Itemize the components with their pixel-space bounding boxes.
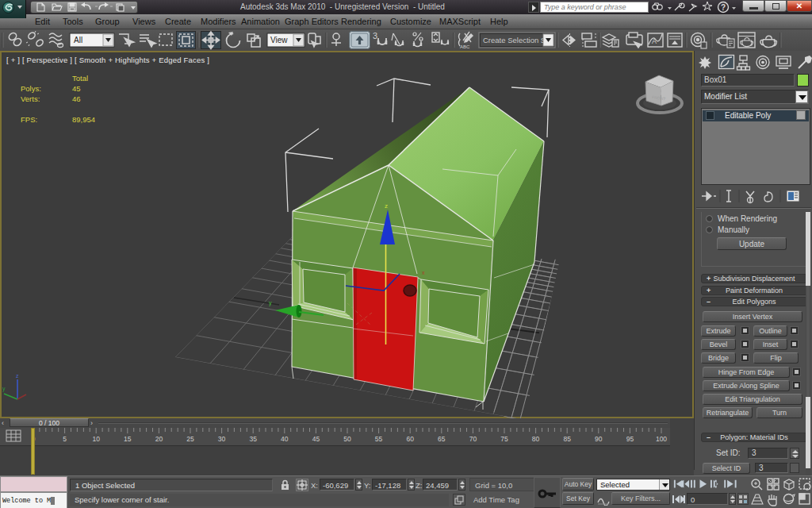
- svg-text:50: 50: [343, 435, 351, 443]
- svg-text:25: 25: [186, 435, 194, 443]
- svg-text:A: A: [652, 37, 657, 45]
- svg-text:80: 80: [532, 435, 540, 443]
- svg-text:All: All: [74, 36, 82, 44]
- svg-text:85: 85: [563, 435, 571, 443]
- svg-text:90: 90: [595, 435, 603, 443]
- svg-text:z: z: [16, 373, 19, 379]
- svg-text:15: 15: [124, 435, 132, 443]
- svg-text:35: 35: [249, 435, 257, 443]
- svg-text:55: 55: [375, 435, 383, 443]
- svg-text:45: 45: [312, 435, 320, 443]
- svg-text:40: 40: [281, 435, 289, 443]
- svg-text:y: y: [269, 300, 272, 306]
- svg-text:70: 70: [469, 435, 477, 443]
- svg-text:5: 5: [63, 435, 67, 443]
- svg-text:View: View: [270, 36, 288, 44]
- svg-text:3: 3: [373, 31, 377, 40]
- svg-text:100: 100: [656, 435, 667, 443]
- svg-text:30: 30: [218, 435, 226, 443]
- svg-text:x: x: [422, 270, 425, 275]
- svg-text:60: 60: [406, 435, 414, 443]
- svg-text:ABC: ABC: [460, 44, 470, 49]
- svg-text:z: z: [385, 202, 388, 210]
- svg-text:y: y: [2, 386, 6, 392]
- svg-text:20: 20: [155, 435, 163, 443]
- svg-text:?: ?: [721, 3, 726, 12]
- svg-text:95: 95: [626, 435, 634, 443]
- svg-text:10: 10: [92, 435, 100, 443]
- svg-text:Create Selection Se: Create Selection Se: [483, 36, 550, 44]
- svg-text:75: 75: [500, 435, 508, 443]
- svg-text:65: 65: [438, 435, 446, 443]
